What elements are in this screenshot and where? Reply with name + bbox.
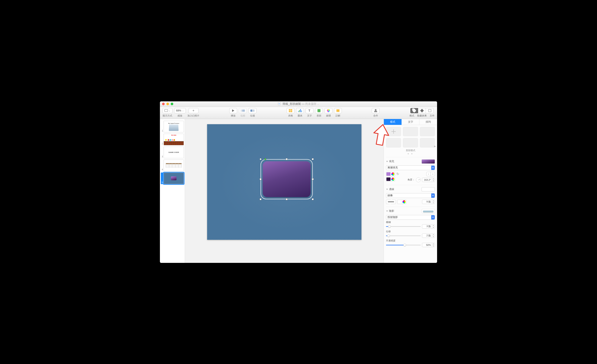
inspector-tabs: 樣式 文字 排列 (384, 119, 437, 125)
resize-handle[interactable] (260, 198, 261, 200)
resize-handle[interactable] (286, 198, 288, 200)
media-button[interactable] (325, 108, 332, 113)
disclosure-icon[interactable]: ▼ (386, 188, 388, 190)
save-status[interactable]: 尚未儲存 ⌄ (305, 102, 319, 105)
dropdown-arrow-icon (431, 215, 435, 220)
style-pager-next-icon[interactable]: ▶ (434, 145, 436, 148)
angle-input[interactable]: 163.2°▲▼ (422, 178, 435, 182)
fill-type-dropdown[interactable]: 漸層填充 (386, 165, 435, 170)
gradient-color-2[interactable] (386, 177, 395, 181)
angle-wheel[interactable] (416, 177, 421, 182)
text-button[interactable]: T (306, 108, 313, 113)
corner-radius-handle[interactable] (264, 158, 266, 160)
chart-button[interactable] (296, 108, 304, 113)
offset-input[interactable]: 2 點▲▼ (422, 234, 435, 238)
shadow-section: ▼陰影 投射陰影 模糊 3 點▲▼ 位移 2 點▲▼ 不透明度 (386, 206, 435, 250)
blur-input[interactable]: 3 點▲▼ (422, 224, 435, 229)
tab-arrange[interactable]: 排列 (419, 119, 437, 125)
slide-thumbnail[interactable]: 1 My Apple Product (161, 121, 184, 132)
play-button[interactable] (229, 108, 237, 113)
add-slide-button[interactable]: + (189, 108, 198, 113)
blur-label: 模糊 (386, 221, 435, 224)
note-button[interactable] (334, 108, 342, 113)
table-button[interactable] (287, 108, 294, 113)
toolbar: ⌄ 顯示方式 68%⌄ 縮放 + 加入幻燈片 播放 往前 往後 表格 圖表 T文… (160, 107, 437, 119)
slide-thumbnail[interactable]: 2 PAC-MAN (161, 134, 184, 145)
angle-right-button[interactable]: → (431, 172, 435, 176)
border-width-input[interactable]: 9 點▲▼ (422, 200, 435, 204)
offset-label: 位移 (386, 230, 435, 233)
disclosure-icon[interactable]: ▼ (386, 160, 388, 163)
opacity-slider[interactable] (386, 244, 421, 246)
swap-colors-icon[interactable]: ↻ (396, 172, 399, 176)
disclosure-icon[interactable]: ▼ (386, 210, 388, 212)
animation-button[interactable] (418, 108, 426, 113)
angle-down-button[interactable]: ↓ (426, 172, 431, 176)
resize-handle[interactable] (260, 178, 261, 180)
window-title: 簡報_形狀繪製 — 尚未儲存 ⌄ (160, 102, 437, 106)
window-close-button[interactable] (162, 103, 165, 105)
shape-icon (317, 109, 321, 112)
style-preset[interactable] (403, 127, 418, 136)
window-titlebar: 簡報_形狀繪製 — 尚未儲存 ⌄ (160, 101, 437, 107)
border-type-dropdown[interactable]: 線條 (386, 193, 435, 198)
prev-button[interactable] (239, 108, 247, 113)
style-pager-dots[interactable]: ● ● (386, 152, 435, 155)
selection-handles (260, 159, 313, 199)
resize-handle[interactable] (312, 158, 314, 160)
offset-slider[interactable] (386, 234, 421, 237)
opacity-label: 不透明度 (386, 239, 435, 242)
collab-button[interactable] (372, 108, 379, 113)
resize-handle[interactable] (286, 158, 288, 160)
dropdown-arrow-icon (431, 193, 435, 198)
add-style-button[interactable] (386, 127, 401, 136)
view-mode-button[interactable]: ⌄ (163, 108, 173, 113)
shape-button[interactable] (315, 108, 323, 113)
document-button[interactable] (426, 108, 434, 113)
opacity-input[interactable]: 50%▲▼ (422, 243, 435, 247)
media-icon (327, 109, 330, 112)
style-preset[interactable] (386, 138, 401, 148)
rect-icon (428, 109, 431, 112)
fill-preview[interactable] (422, 159, 435, 164)
slide-canvas-area[interactable] (185, 119, 384, 263)
dropdown-arrow-icon (389, 200, 393, 203)
shadow-preview[interactable] (422, 209, 435, 213)
color-wheel-icon[interactable] (391, 172, 395, 176)
window-minimize-button[interactable] (166, 103, 169, 105)
color-wheel-icon[interactable] (402, 200, 406, 204)
line-style-dropdown[interactable] (386, 200, 396, 204)
slide-thumbnail[interactable]: 4 (161, 159, 184, 171)
selected-shape[interactable] (260, 159, 313, 199)
border-color[interactable] (397, 200, 406, 204)
document-icon (278, 102, 280, 105)
window-zoom-button[interactable] (171, 103, 173, 105)
style-preset[interactable] (420, 127, 435, 136)
note-icon (337, 109, 339, 112)
next-button[interactable] (249, 108, 257, 113)
tab-text[interactable]: 文字 (402, 119, 420, 125)
style-preset[interactable] (420, 138, 435, 148)
border-label: 邊線 (389, 187, 394, 191)
document-name: 簡報_形狀繪製 (283, 102, 301, 105)
tab-style[interactable]: 樣式 (384, 119, 402, 125)
slide-thumbnail[interactable]: 3 GAME OVER (161, 147, 184, 158)
resize-handle[interactable] (312, 178, 314, 180)
gradient-color-1[interactable] (386, 172, 395, 176)
resize-handle[interactable] (312, 198, 314, 200)
resize-handle[interactable] (260, 158, 261, 160)
slide-thumbnail[interactable]: 5 (161, 173, 184, 184)
play-icon (232, 109, 234, 112)
fill-section: ▼填充 漸層填充 ↻ ↓ (386, 157, 435, 185)
style-preset[interactable] (403, 138, 418, 148)
format-button[interactable] (410, 108, 418, 113)
brush-icon (412, 109, 416, 113)
blur-slider[interactable] (386, 225, 421, 228)
color-wheel-icon[interactable] (391, 177, 395, 181)
slide-canvas[interactable] (207, 124, 361, 240)
shadow-type-dropdown[interactable]: 投射陰影 (386, 215, 435, 220)
zoom-button[interactable]: 68%⌄ (174, 108, 186, 113)
border-preview[interactable] (422, 187, 435, 191)
slide-navigator[interactable]: 1 My Apple Product 2 PAC-MAN 3 GAME OVER… (160, 119, 185, 263)
format-inspector: 樣式 文字 排列 ▶ 形狀樣式 ● ● (384, 119, 437, 263)
